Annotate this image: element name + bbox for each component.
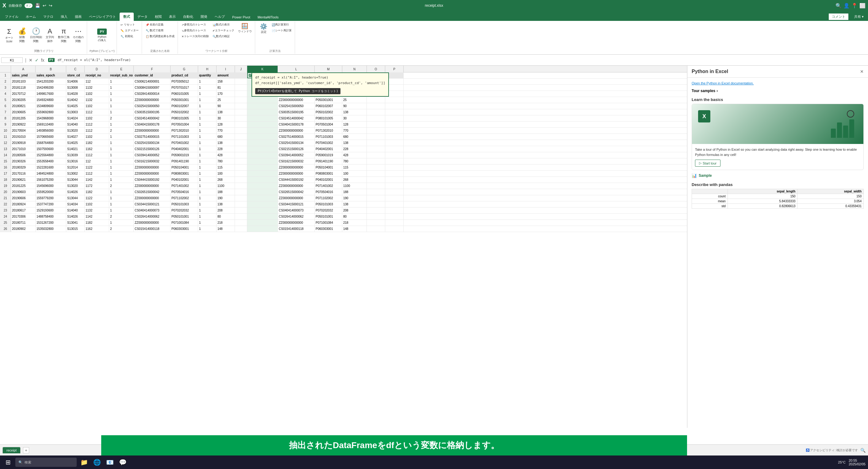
cell-c12[interactable]: S14025 (66, 140, 85, 146)
formula-confirm-icon[interactable]: ✓ (35, 58, 39, 63)
cell-g5[interactable]: P050301001 (170, 97, 198, 103)
cell-l16[interactable]: ZZ000000000000 (278, 165, 315, 170)
cell-o18[interactable] (367, 177, 385, 183)
cell-e18[interactable]: 1 (109, 177, 134, 183)
start-button[interactable]: ⊞ (2, 457, 13, 468)
cell-b5[interactable]: 1549324800 (36, 97, 66, 103)
cell-n12[interactable]: 138 (342, 140, 367, 146)
cell-k18[interactable] (247, 177, 278, 183)
init-button[interactable]: 🔧 初期化 (119, 34, 140, 39)
cell-f7[interactable]: CS003515000195 (134, 109, 170, 115)
cell-h23[interactable]: 1 (198, 207, 217, 213)
cell-j14[interactable] (235, 152, 247, 158)
cell-n15[interactable]: 780 (342, 158, 367, 164)
cell-f6[interactable]: CS025415000050 (134, 103, 170, 109)
cell-k10[interactable] (247, 128, 278, 134)
cell-b16[interactable]: 1522281600 (36, 165, 66, 170)
trace-dependents-button[interactable]: ↘ 参照先のトレース (180, 28, 210, 33)
string-function-button[interactable]: A 文字列操作 (44, 27, 56, 44)
cell-k6[interactable] (247, 103, 278, 109)
cell-c22[interactable]: S14034 (66, 201, 85, 207)
cell-d9[interactable]: 1112 (85, 121, 109, 127)
col-header-k[interactable]: K (247, 66, 278, 72)
cell-m23[interactable]: P070202032 (315, 207, 342, 213)
cell-a17[interactable]: 20170116 (11, 171, 36, 176)
formula-editor-line2[interactable]: df_receipt[['sales_ymd', 'customer_id', … (255, 81, 385, 86)
cell-g18[interactable]: P040102001 (170, 177, 198, 183)
tab-formula[interactable]: 数式 (120, 12, 134, 21)
cell-d25[interactable]: 1182 (85, 220, 109, 226)
cell-g11[interactable]: P071101003 (170, 134, 198, 140)
cell-a12[interactable]: 20190918 (11, 140, 36, 146)
cell-e20[interactable]: 1 (109, 189, 134, 195)
cell-m10[interactable]: P071302010 (315, 128, 342, 134)
recalculate-button[interactable]: 🔄 再計算実行 (271, 22, 293, 27)
share-button[interactable]: 共有 ▾ (851, 13, 867, 20)
cell-e19[interactable]: 2 (109, 183, 134, 189)
cell-d8[interactable]: 1102 (85, 115, 109, 121)
col-header-h[interactable]: H (198, 66, 217, 72)
cell-h6[interactable]: 1 (198, 103, 217, 109)
tab-draw[interactable]: 描画 (71, 12, 85, 21)
cell-l23[interactable]: CS040414000073 (278, 207, 315, 213)
cell-b20[interactable]: 1559520000 (36, 189, 66, 195)
cell-m25[interactable]: P071001084 (315, 220, 342, 226)
cell-f11[interactable]: CS027514000015 (134, 134, 170, 140)
cell-f1[interactable]: customer_id (134, 72, 170, 78)
tab-insert[interactable]: 挿入 (57, 12, 71, 21)
col-header-c[interactable]: C (66, 66, 85, 72)
cell-a7[interactable]: 20190605 (11, 109, 36, 115)
cell-m17[interactable]: P080803001 (315, 171, 342, 176)
cell-p17[interactable] (385, 171, 404, 176)
evaluate-formula-button[interactable]: 🔍 数式の検証 (211, 34, 236, 39)
cell-k8[interactable] (247, 115, 278, 121)
cell-e9[interactable]: 1 (109, 121, 134, 127)
cell-i8[interactable]: 30 (217, 115, 235, 121)
cell-c11[interactable]: S14027 (66, 134, 85, 140)
cell-e13[interactable]: 1 (109, 146, 134, 152)
cell-m22[interactable]: P050101003 (315, 201, 342, 207)
cell-b18[interactable]: 1561075200 (36, 177, 66, 183)
cell-f23[interactable]: CS040414000073 (134, 207, 170, 213)
cell-p19[interactable] (385, 183, 404, 189)
cell-f18[interactable]: CS044415000192 (134, 177, 170, 183)
finance-function-button[interactable]: 💰 財務関数 (16, 27, 28, 44)
use-in-formula-button[interactable]: 🔧数式で使用 (145, 28, 176, 33)
cell-h3[interactable]: 1 (198, 85, 217, 91)
editor-button[interactable]: ✏️ エディター (119, 28, 140, 33)
cell-f17[interactable]: ZZ000000000000 (134, 171, 170, 176)
cell-h18[interactable]: 1 (198, 177, 217, 183)
cell-a8[interactable]: 20181205 (11, 115, 36, 121)
cell-g25[interactable]: P071001084 (170, 220, 198, 226)
cell-m15[interactable]: P091401190 (315, 158, 342, 164)
cell-c14[interactable]: S13039 (66, 152, 85, 158)
cell-g10[interactable]: P071302010 (170, 128, 198, 134)
col-header-a[interactable]: A (11, 66, 36, 72)
cell-e22[interactable]: 1 (109, 201, 134, 207)
cell-b4[interactable]: 1499817600 (36, 91, 66, 97)
cell-k11[interactable] (247, 134, 278, 140)
cell-h7[interactable]: 1 (198, 109, 217, 115)
cell-d15[interactable]: 112 (85, 158, 109, 164)
cell-d18[interactable]: 1142 (85, 177, 109, 183)
cell-l6[interactable]: CS025415000050 (278, 103, 315, 109)
cell-j15[interactable] (235, 158, 247, 164)
cell-p14[interactable] (385, 152, 404, 158)
cell-n24[interactable]: 80 (342, 214, 367, 219)
cell-reference-input[interactable] (1, 57, 23, 63)
cell-l15[interactable]: CS016215000032 (278, 158, 315, 164)
cell-j24[interactable] (235, 214, 247, 219)
cell-p10[interactable] (385, 128, 404, 134)
cell-h22[interactable]: 1 (198, 201, 217, 207)
cell-d1[interactable]: receipt_no (85, 72, 109, 78)
cell-n19[interactable]: 1100 (342, 183, 367, 189)
cell-k19[interactable] (247, 183, 278, 189)
teams-icon[interactable]: 💬 (117, 457, 128, 468)
cell-h16[interactable]: 1 (198, 165, 217, 170)
cell-a22[interactable]: 20180924 (11, 201, 36, 207)
cell-i6[interactable]: 90 (217, 103, 235, 109)
cell-c18[interactable]: S13044 (66, 177, 85, 183)
tab-file[interactable]: ファイル (1, 12, 22, 21)
cell-b10[interactable]: 1493856000 (36, 128, 66, 134)
math-function-button[interactable]: π 数学/三角関数 (57, 27, 71, 44)
